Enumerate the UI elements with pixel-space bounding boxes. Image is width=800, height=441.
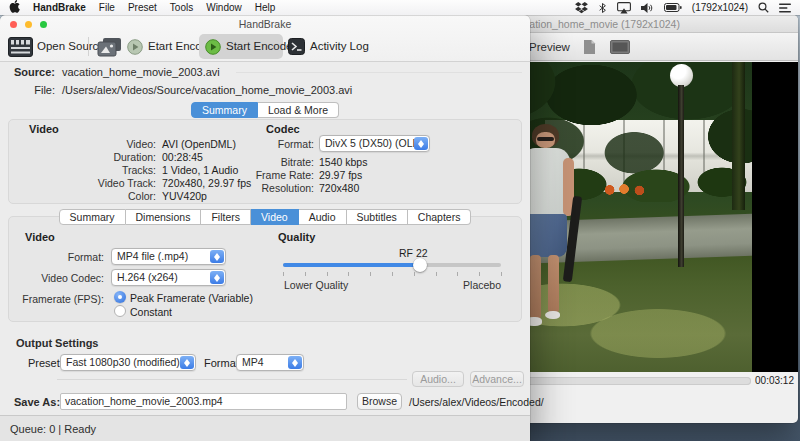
codec-format-dropdown[interactable]: DivX 5 (DX50) (OLD) bbox=[319, 135, 430, 152]
open-source-icon[interactable] bbox=[8, 37, 33, 59]
stepper-icon bbox=[180, 356, 194, 369]
menu-item-file[interactable]: File bbox=[99, 2, 115, 13]
row-value: 720x480 bbox=[319, 182, 359, 194]
menu-app-name[interactable]: HandBrake bbox=[33, 2, 86, 13]
advance-button[interactable]: Advance... bbox=[470, 371, 524, 387]
titlebar-toolbar-chrome: HandBrake Open Source Etart Encode Start… bbox=[0, 15, 530, 62]
format-label: Format: bbox=[9, 251, 104, 263]
summary-panel: Video Video: AVI (OpenDML) Duration: 00:… bbox=[8, 119, 522, 204]
menu-item-tools[interactable]: Tools bbox=[170, 2, 193, 13]
menu-item-preset[interactable]: Preset bbox=[128, 2, 157, 13]
open-source-button[interactable]: Open Source bbox=[37, 31, 105, 62]
main-tab-group: Summary Dimensions Filters Video Audio S… bbox=[0, 209, 530, 225]
toolbar-separator bbox=[88, 37, 89, 56]
save-as-label: Save As: bbox=[14, 396, 60, 408]
airplay-display-icon[interactable] bbox=[617, 2, 631, 14]
destination-path: /Users/alex/Videos/Encoded/ bbox=[409, 396, 544, 408]
preset-dropdown[interactable]: Fast 1080p30 (modified) bbox=[60, 354, 196, 371]
video-codec-label: Video Codec: bbox=[9, 272, 104, 284]
tree-trunk bbox=[732, 62, 745, 210]
menu-item-window[interactable]: Window bbox=[206, 2, 242, 13]
tab-summary-info[interactable]: Summary bbox=[191, 102, 258, 118]
tab-chapters[interactable]: Chapters bbox=[408, 209, 472, 225]
quality-section-header: Quality bbox=[278, 231, 315, 243]
divider bbox=[57, 379, 407, 380]
screen-preview-icon[interactable] bbox=[610, 38, 630, 55]
start-encode-label[interactable]: Start Encode bbox=[226, 31, 292, 62]
stepper-icon bbox=[210, 271, 224, 284]
page-document-icon[interactable] bbox=[580, 38, 600, 55]
queue-status-text: Queue: 0 | Ready bbox=[10, 423, 96, 435]
output-format-dropdown[interactable]: MP4 bbox=[236, 354, 304, 371]
tab-video[interactable]: Video bbox=[251, 209, 299, 225]
row-label: Duration: bbox=[9, 151, 156, 163]
spotlight-search-icon[interactable] bbox=[758, 2, 769, 13]
pause-encode-play-icon[interactable] bbox=[127, 39, 143, 57]
file-label: File: bbox=[14, 84, 55, 96]
row-label: Frame Rate: bbox=[169, 169, 314, 181]
activity-log-terminal-icon[interactable] bbox=[288, 38, 305, 57]
tab-dimensions[interactable]: Dimensions bbox=[126, 209, 202, 225]
video-codec-dropdown[interactable]: H.264 (x264) bbox=[111, 269, 226, 286]
output-format-label: Format bbox=[204, 357, 239, 369]
timecode: 00:03:12 bbox=[755, 375, 794, 386]
file-value: /Users/alex/Videos/Source/vacation_home_… bbox=[62, 84, 352, 96]
window-title: HandBrake bbox=[0, 18, 530, 30]
desktop: HandBrake File Preset Tools Window Help … bbox=[0, 0, 800, 441]
save-as-input[interactable]: vacation_home_movie_2003.mp4 bbox=[60, 393, 347, 410]
apple-icon[interactable] bbox=[9, 0, 20, 15]
video-section-header: Video bbox=[25, 231, 55, 243]
source-value: vacation_home_movie_2003.avi bbox=[62, 66, 220, 78]
peak-framerate-radio[interactable] bbox=[114, 291, 126, 303]
constant-framerate-label[interactable]: Constant bbox=[130, 306, 172, 318]
row-label: Format: bbox=[169, 138, 314, 150]
video-tab-panel: Video Format: MP4 file (.mp4) Video Code… bbox=[8, 216, 522, 322]
lower-quality-label: Lower Quality bbox=[284, 279, 348, 291]
tab-audio[interactable]: Audio bbox=[299, 209, 347, 225]
quality-slider[interactable] bbox=[283, 263, 501, 267]
menu-item-help[interactable]: Help bbox=[255, 2, 276, 13]
menu-bar: HandBrake File Preset Tools Window Help … bbox=[0, 0, 800, 15]
status-bar: Queue: 0 | Ready bbox=[0, 415, 530, 441]
handbrake-window: HandBrake Open Source Etart Encode Start… bbox=[0, 15, 530, 441]
slider-ticks bbox=[283, 272, 502, 276]
constant-framerate-radio[interactable] bbox=[114, 305, 126, 317]
row-label: Bitrate: bbox=[169, 156, 314, 168]
summary-codec-header: Codec bbox=[266, 123, 300, 135]
tab-summary[interactable]: Summary bbox=[59, 209, 126, 225]
toolbar: Open Source Etart Encode Start Encode Ac… bbox=[0, 31, 530, 62]
stepper-icon bbox=[414, 137, 428, 150]
quality-slider-thumb[interactable] bbox=[413, 258, 427, 272]
tab-filters[interactable]: Filters bbox=[201, 209, 251, 225]
notification-center-icon[interactable] bbox=[779, 3, 791, 13]
battery-icon[interactable] bbox=[664, 3, 682, 13]
row-label: Color: bbox=[9, 190, 156, 202]
stepper-icon bbox=[288, 356, 302, 369]
format-dropdown[interactable]: MP4 file (.mp4) bbox=[111, 248, 226, 265]
summary-video-header: Video bbox=[29, 123, 59, 135]
start-encode-play-icon[interactable] bbox=[205, 39, 221, 57]
audio-button[interactable]: Audio... bbox=[412, 371, 464, 387]
row-label: Tracks: bbox=[9, 164, 156, 176]
output-settings-header: Output Settings bbox=[16, 337, 99, 349]
stepper-icon bbox=[210, 250, 224, 263]
preset-label: Preset bbox=[28, 357, 60, 369]
row-value: 29.97 fps bbox=[319, 169, 362, 181]
volume-icon[interactable] bbox=[641, 2, 654, 14]
activity-log-button[interactable]: Activity Log bbox=[310, 31, 369, 62]
tab-load-more[interactable]: Load & More bbox=[258, 102, 339, 118]
summary-tab-group: Summary Load & More bbox=[0, 102, 530, 118]
browse-button[interactable]: Browse bbox=[357, 393, 402, 410]
orange-objects bbox=[601, 180, 649, 198]
lamp-pole bbox=[678, 85, 684, 267]
bluetooth-icon[interactable] bbox=[598, 2, 607, 14]
row-value: 1540 kbps bbox=[319, 156, 367, 168]
tab-subtitles[interactable]: Subtitles bbox=[347, 209, 408, 225]
placebo-label: Placebo bbox=[463, 279, 501, 291]
picture-preview-icon[interactable] bbox=[97, 37, 122, 59]
peak-framerate-label[interactable]: Peak Framerate (Variable) bbox=[130, 292, 253, 304]
lamp-globe bbox=[670, 64, 693, 87]
dropbox-icon[interactable] bbox=[575, 2, 588, 14]
display-resolution[interactable]: (1792x1024) bbox=[692, 2, 748, 13]
letterbox-bar bbox=[752, 62, 798, 372]
